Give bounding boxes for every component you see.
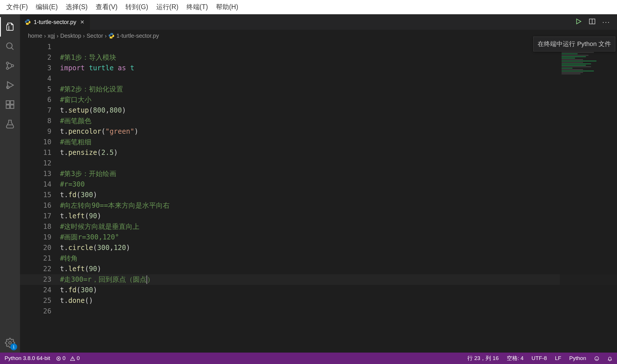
activity-bar: 1 — [0, 14, 20, 353]
line-number: 1 — [20, 42, 60, 52]
code-line[interactable]: 5#第2步：初始化设置 — [20, 84, 617, 95]
status-python-version[interactable]: Python 3.8.0 64-bit — [5, 355, 50, 361]
code-line[interactable]: 8#画笔颜色 — [20, 116, 617, 126]
status-eol[interactable]: LF — [555, 355, 561, 361]
breadcrumb-part[interactable]: xgj — [48, 33, 55, 39]
code-line[interactable]: 19#画圆r=300,120° — [20, 232, 617, 243]
menubar-item[interactable]: 终端(T) — [183, 3, 212, 11]
status-problems[interactable]: 0 0 — [56, 355, 80, 361]
svg-rect-6 — [6, 105, 10, 109]
code-line[interactable]: 1 — [20, 42, 617, 52]
code-line[interactable]: 22t.left(90) — [20, 264, 617, 274]
chevron-right-icon: › — [57, 33, 59, 39]
menubar: 文件(F)编辑(E)选择(S)查看(V)转到(G)运行(R)终端(T)帮助(H) — [0, 0, 617, 14]
svg-point-9 — [9, 342, 11, 344]
run-debug-icon[interactable] — [0, 75, 20, 95]
python-file-icon — [25, 19, 31, 25]
svg-point-2 — [6, 67, 9, 69]
line-number: 20 — [20, 243, 60, 253]
line-number: 11 — [20, 147, 60, 158]
status-cursor-position[interactable]: 行 23，列 16 — [467, 355, 499, 362]
breadcrumb[interactable]: home›xgj›Desktop›Sector› 1-turtle-sector… — [20, 30, 617, 42]
line-number: 24 — [20, 285, 60, 295]
feedback-icon[interactable] — [594, 355, 599, 361]
status-language[interactable]: Python — [569, 355, 586, 361]
breadcrumb-part[interactable]: home — [28, 33, 42, 39]
run-tooltip: 在终端中运行 Python 文件 — [533, 37, 615, 51]
code-line[interactable]: 9t.pencolor("green") — [20, 126, 617, 137]
status-bar: Python 3.8.0 64-bit 0 0 行 23，列 16 空格: 4 … — [0, 353, 617, 364]
notifications-icon[interactable] — [607, 355, 612, 361]
python-file-icon — [108, 33, 115, 39]
menubar-item[interactable]: 转到(G) — [121, 3, 152, 11]
code-line[interactable]: 20t.circle(300,120) — [20, 243, 617, 253]
code-line[interactable]: 3import turtle as t — [20, 63, 617, 73]
line-number: 6 — [20, 95, 60, 105]
line-number: 16 — [20, 200, 60, 211]
tab-label: 1-turtle-sector.py — [34, 19, 76, 25]
menubar-item[interactable]: 运行(R) — [152, 3, 183, 11]
tabs-bar: 1-turtle-sector.py × ··· — [20, 14, 617, 30]
code-line[interactable]: 2#第1步：导入模块 — [20, 52, 617, 63]
line-number: 19 — [20, 232, 60, 243]
svg-point-3 — [11, 65, 14, 67]
more-actions-icon[interactable]: ··· — [602, 18, 610, 27]
code-line[interactable]: 26 — [20, 306, 617, 317]
chevron-right-icon: › — [105, 33, 107, 39]
status-indentation[interactable]: 空格: 4 — [507, 355, 524, 362]
code-line[interactable]: 23#走300=r，回到原点（圆点） — [20, 274, 617, 285]
code-line[interactable]: 17t.left(90) — [20, 211, 617, 221]
testing-icon[interactable] — [0, 114, 20, 134]
code-line[interactable]: 18#这时候方向就是垂直向上 — [20, 221, 617, 232]
code-line[interactable]: 25t.done() — [20, 295, 617, 306]
line-number: 26 — [20, 306, 60, 317]
svg-point-0 — [7, 43, 12, 49]
line-number: 13 — [20, 169, 60, 179]
settings-badge: 1 — [10, 343, 17, 350]
tab-active[interactable]: 1-turtle-sector.py × — [20, 14, 90, 30]
line-number: 14 — [20, 179, 60, 190]
settings-gear-icon[interactable]: 1 — [0, 333, 20, 353]
split-editor-icon[interactable] — [588, 18, 596, 26]
menubar-item[interactable]: 选择(S) — [62, 3, 92, 11]
code-line[interactable]: 6#窗口大小 — [20, 95, 617, 105]
code-line[interactable]: 14#r=300 — [20, 179, 617, 190]
line-number: 18 — [20, 221, 60, 232]
svg-point-12 — [595, 357, 599, 361]
line-number: 2 — [20, 52, 60, 63]
code-line[interactable]: 24t.fd(300) — [20, 285, 617, 295]
source-control-icon[interactable] — [0, 56, 20, 75]
code-line[interactable]: 15t.fd(300) — [20, 190, 617, 200]
line-number: 12 — [20, 158, 60, 169]
extensions-icon[interactable] — [0, 95, 20, 114]
breadcrumb-part[interactable]: Sector — [87, 33, 103, 39]
breadcrumb-part[interactable]: Desktop — [60, 33, 81, 39]
chevron-right-icon: › — [83, 33, 85, 39]
code-line[interactable]: 13#第3步：开始绘画 — [20, 169, 617, 179]
code-line[interactable]: 10#画笔粗细 — [20, 137, 617, 147]
menubar-item[interactable]: 文件(F) — [2, 3, 32, 11]
menubar-item[interactable]: 编辑(E) — [32, 3, 62, 11]
line-number: 5 — [20, 84, 60, 95]
line-number: 8 — [20, 116, 60, 126]
code-line[interactable]: 4 — [20, 73, 617, 84]
code-line[interactable]: 7t.setup(800,800) — [20, 105, 617, 116]
editor[interactable]: 12#第1步：导入模块3import turtle as t45#第2步：初始化… — [20, 42, 617, 353]
status-encoding[interactable]: UTF-8 — [532, 355, 547, 361]
code-line[interactable]: 16#向左转向90==本来方向是水平向右 — [20, 200, 617, 211]
explorer-icon[interactable] — [0, 17, 20, 37]
line-number: 25 — [20, 295, 60, 306]
code-line[interactable]: 21#转角 — [20, 253, 617, 264]
code-line[interactable]: 12 — [20, 158, 617, 169]
search-icon[interactable] — [0, 37, 20, 56]
line-number: 3 — [20, 63, 60, 73]
breadcrumb-part[interactable]: 1-turtle-sector.py — [116, 33, 159, 39]
line-number: 22 — [20, 264, 60, 274]
run-icon[interactable] — [575, 18, 582, 26]
menubar-item[interactable]: 查看(V) — [92, 3, 122, 11]
close-icon[interactable]: × — [79, 18, 85, 26]
menubar-item[interactable]: 帮助(H) — [212, 3, 242, 11]
chevron-right-icon: › — [44, 33, 46, 39]
minimap[interactable] — [560, 42, 617, 353]
code-line[interactable]: 11t.pensize(2.5) — [20, 147, 617, 158]
